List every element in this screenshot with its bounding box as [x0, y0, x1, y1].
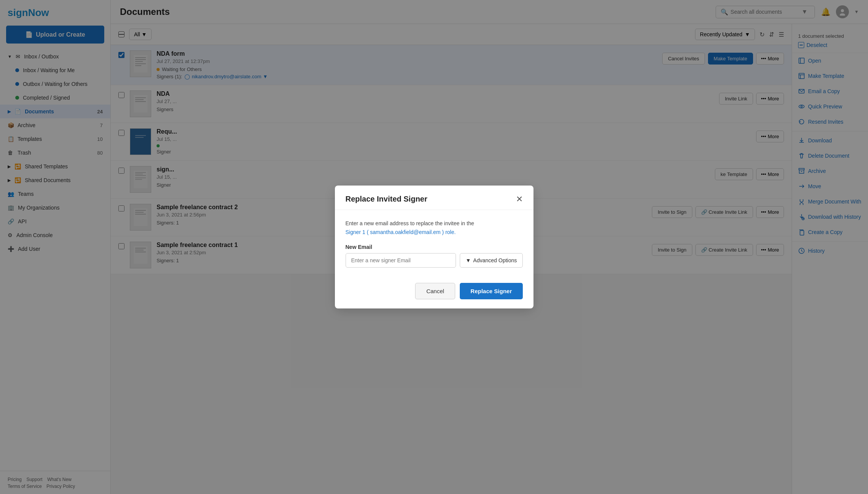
- replace-signer-modal: Replace Invited Signer ✕ Enter a new ema…: [335, 186, 533, 308]
- modal-overlay: Replace Invited Signer ✕ Enter a new ema…: [0, 0, 868, 494]
- adv-options-label: Advanced Options: [473, 257, 517, 263]
- chevron-down-icon: ▼: [466, 257, 471, 263]
- modal-footer: Cancel Replace Signer: [335, 277, 533, 308]
- modal-description: Enter a new email address to replace the…: [346, 219, 523, 236]
- modal-inputs: ▼ Advanced Options: [346, 253, 523, 268]
- modal-close-button[interactable]: ✕: [516, 195, 523, 203]
- advanced-options-button[interactable]: ▼ Advanced Options: [460, 253, 522, 268]
- modal-header: Replace Invited Signer ✕: [335, 186, 533, 210]
- modal-desc-role: Signer 1 ( samantha.oakfield@email.em ) …: [346, 229, 456, 235]
- new-email-input[interactable]: [346, 253, 456, 268]
- modal-body: Enter a new email address to replace the…: [335, 210, 533, 277]
- modal-desc-text: Enter a new email address to replace the…: [346, 220, 474, 226]
- modal-title: Replace Invited Signer: [346, 195, 428, 203]
- modal-field-label: New Email: [346, 244, 523, 250]
- cancel-button[interactable]: Cancel: [415, 283, 455, 299]
- replace-signer-button[interactable]: Replace Signer: [460, 283, 522, 299]
